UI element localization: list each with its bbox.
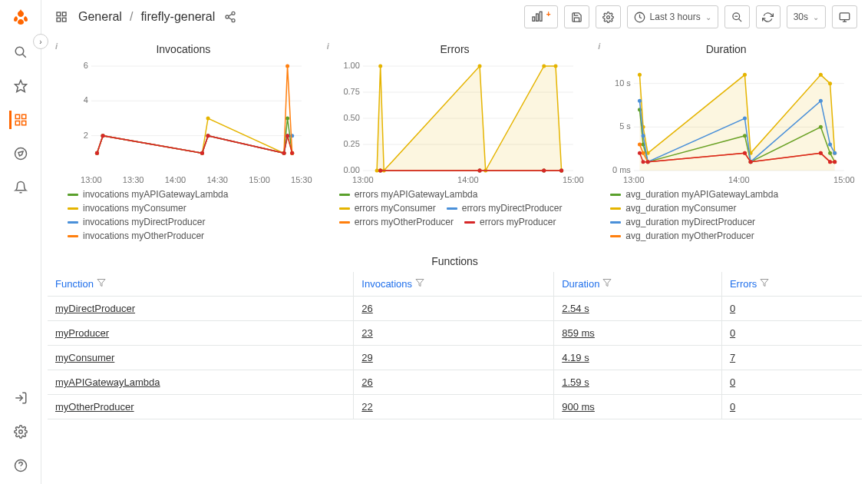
legend-item[interactable]: invocations myConsumer bbox=[68, 203, 186, 214]
legend-swatch bbox=[339, 221, 350, 224]
sidebar-expand-toggle[interactable]: › bbox=[33, 34, 48, 49]
svg-rect-24 bbox=[540, 12, 542, 21]
legend-item[interactable]: avg_duration myOtherProducer bbox=[610, 230, 754, 241]
legend-item[interactable]: invocations myOtherProducer bbox=[68, 230, 204, 241]
legend-item[interactable]: errors myAPIGatewayLambda bbox=[339, 189, 478, 200]
settings-button[interactable] bbox=[596, 5, 621, 28]
share-icon[interactable] bbox=[224, 11, 236, 23]
chart-panel[interactable]: iInvocations24613:0013:3014:0014:3015:00… bbox=[48, 40, 319, 244]
breadcrumb-folder[interactable]: General bbox=[78, 10, 122, 24]
legend-item[interactable]: avg_duration myConsumer bbox=[610, 203, 736, 214]
svg-marker-8 bbox=[18, 151, 23, 156]
refresh-button[interactable] bbox=[756, 5, 781, 28]
apps-icon[interactable] bbox=[52, 8, 71, 26]
table-cell[interactable]: 22 bbox=[354, 395, 554, 419]
explore-icon[interactable] bbox=[12, 144, 30, 163]
panels-row: iInvocations24613:0013:3014:0014:3015:00… bbox=[41, 34, 868, 244]
table-cell[interactable]: 0 bbox=[721, 395, 862, 419]
svg-point-101 bbox=[477, 65, 481, 68]
table-cell[interactable]: 0 bbox=[721, 370, 862, 395]
save-button[interactable] bbox=[564, 5, 589, 28]
legend-item[interactable]: errors myOtherProducer bbox=[339, 217, 454, 227]
table-cell[interactable]: myProducer bbox=[48, 321, 354, 346]
svg-point-117 bbox=[559, 169, 563, 173]
table-cell[interactable]: 23 bbox=[354, 321, 554, 346]
svg-rect-15 bbox=[57, 18, 61, 22]
svg-text:10 s: 10 s bbox=[615, 78, 631, 88]
legend-swatch bbox=[610, 221, 621, 224]
info-icon[interactable]: i bbox=[598, 41, 600, 51]
table-cell[interactable]: 29 bbox=[354, 346, 554, 370]
column-header[interactable]: Invocations bbox=[354, 272, 554, 297]
zoom-out-button[interactable] bbox=[724, 5, 750, 28]
time-range-picker[interactable]: Last 3 hours ⌄ bbox=[627, 5, 718, 28]
svg-marker-169 bbox=[416, 280, 424, 287]
svg-rect-30 bbox=[840, 12, 850, 19]
alerting-icon[interactable] bbox=[12, 178, 30, 197]
legend-item[interactable]: errors myProducer bbox=[464, 217, 556, 227]
chart-area[interactable]: 0 ms5 s10 s13:0014:0015:00 bbox=[596, 61, 856, 184]
svg-point-145 bbox=[642, 134, 645, 138]
svg-text:2: 2 bbox=[84, 131, 88, 140]
column-header[interactable]: Function bbox=[48, 272, 354, 297]
refresh-interval-picker[interactable]: 30s ⌄ bbox=[787, 5, 826, 28]
legend-item[interactable]: errors myDirectProducer bbox=[447, 203, 563, 214]
table-cell[interactable]: 26 bbox=[354, 297, 554, 321]
svg-line-21 bbox=[229, 18, 233, 20]
legend-label: errors myAPIGatewayLambda bbox=[355, 189, 478, 200]
filter-icon[interactable] bbox=[97, 278, 106, 290]
table-cell[interactable]: myDirectProducer bbox=[48, 297, 354, 321]
legend-item[interactable]: avg_duration myDirectProducer bbox=[610, 217, 755, 227]
table-cell[interactable]: myAPIGatewayLambda bbox=[48, 370, 354, 395]
chart-area[interactable]: 24613:0013:3014:0014:3015:0015:30 bbox=[54, 61, 313, 184]
chart-panel[interactable]: iDuration0 ms5 s10 s13:0014:0015:00avg_d… bbox=[590, 40, 862, 244]
filter-icon[interactable] bbox=[602, 278, 612, 290]
legend-item[interactable]: invocations myAPIGatewayLambda bbox=[68, 189, 228, 200]
legend-item[interactable]: invocations myDirectProducer bbox=[68, 217, 205, 227]
svg-point-7 bbox=[15, 148, 26, 160]
table-cell[interactable]: 0 bbox=[721, 297, 862, 321]
column-header[interactable]: Duration bbox=[554, 272, 722, 297]
help-icon[interactable] bbox=[12, 456, 30, 475]
svg-point-76 bbox=[206, 134, 210, 138]
svg-text:15:00: 15:00 bbox=[563, 175, 584, 184]
filter-icon[interactable] bbox=[415, 278, 424, 290]
column-header[interactable]: Errors bbox=[721, 272, 862, 297]
chart-panel[interactable]: iErrors0.000.250.500.751.0013:0014:0015:… bbox=[319, 40, 591, 244]
view-mode-button[interactable] bbox=[832, 5, 857, 28]
svg-text:0.00: 0.00 bbox=[343, 165, 359, 174]
chart-area[interactable]: 0.000.250.500.751.0013:0014:0015:00 bbox=[325, 61, 585, 184]
svg-point-71 bbox=[285, 65, 289, 68]
table-cell[interactable]: 1.59 s bbox=[554, 370, 722, 395]
legend-swatch bbox=[68, 207, 78, 210]
table-cell[interactable]: 900 ms bbox=[554, 395, 722, 419]
table-cell[interactable]: 2.54 s bbox=[554, 297, 722, 321]
star-icon[interactable] bbox=[12, 77, 30, 95]
svg-point-50 bbox=[285, 117, 289, 121]
breadcrumb-dashboard[interactable]: firefly-general bbox=[140, 10, 215, 24]
functions-table: FunctionInvocationsDurationErrors myDire… bbox=[48, 272, 862, 419]
table-cell[interactable]: 26 bbox=[354, 370, 554, 395]
info-icon[interactable]: i bbox=[55, 41, 58, 51]
table-cell[interactable]: 7 bbox=[721, 346, 862, 370]
legend-item[interactable]: errors myConsumer bbox=[339, 203, 436, 214]
info-icon[interactable]: i bbox=[327, 41, 329, 51]
svg-point-99 bbox=[378, 65, 382, 68]
filter-icon[interactable] bbox=[760, 278, 769, 290]
legend-item[interactable]: avg_duration myAPIGatewayLambda bbox=[610, 189, 778, 200]
table-cell[interactable]: 0 bbox=[721, 321, 862, 346]
svg-rect-14 bbox=[62, 12, 66, 16]
table-header-row: FunctionInvocationsDurationErrors bbox=[48, 272, 862, 297]
svg-text:5 s: 5 s bbox=[619, 121, 631, 131]
table-cell[interactable]: myOtherProducer bbox=[48, 395, 354, 419]
table-cell[interactable]: myConsumer bbox=[48, 346, 354, 370]
table-cell[interactable]: 859 ms bbox=[554, 321, 722, 346]
table-cell[interactable]: 4.19 s bbox=[554, 346, 722, 370]
dashboards-icon[interactable] bbox=[9, 111, 28, 129]
gear-icon[interactable] bbox=[12, 423, 30, 441]
signin-icon[interactable] bbox=[12, 389, 30, 407]
search-icon[interactable] bbox=[12, 43, 30, 61]
grafana-logo[interactable] bbox=[10, 6, 31, 28]
add-panel-button[interactable]: + bbox=[524, 5, 558, 28]
breadcrumb[interactable]: General / firefly-general bbox=[78, 10, 215, 24]
